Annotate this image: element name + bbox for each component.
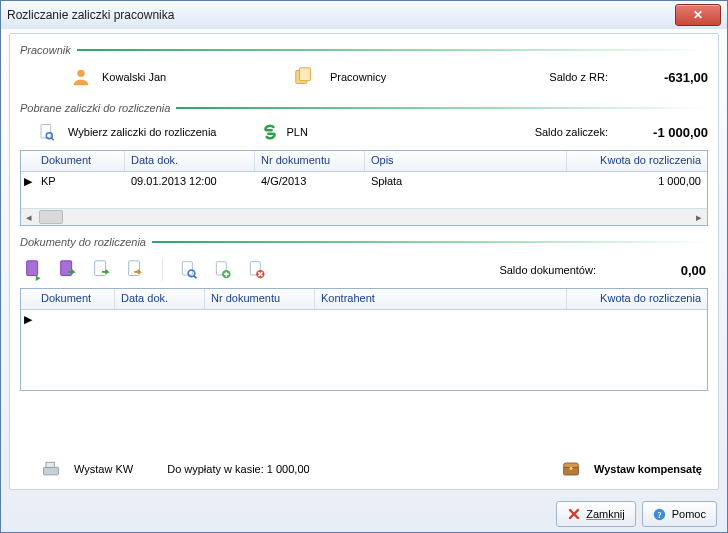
row-indicator-icon: ▶ [21,313,35,326]
wystaw-kw-link[interactable]: Wystaw KW [70,461,137,477]
doc-delete-icon[interactable] [245,258,269,282]
window-title: Rozliczanie zaliczki pracownika [7,8,174,22]
saldo-advances-label: Saldo zaliczek: [535,126,608,138]
scroll-thumb[interactable] [39,210,63,224]
col-dokument[interactable]: Dokument [35,151,125,171]
svg-point-0 [77,70,84,77]
cell-kwota: 1 000,00 [567,174,707,188]
svg-rect-8 [95,261,106,276]
close-icon: ✕ [693,8,703,22]
doc-search-icon[interactable] [177,258,201,282]
close-red-icon [567,507,581,521]
payout-label: Do wypłaty w kasie: 1 000,00 [167,463,309,475]
section-rule [77,49,708,51]
person-icon [70,66,92,88]
section-header-advances: Pobrane zaliczki do rozliczenia [20,102,708,114]
wystaw-kompensate-link[interactable]: Wystaw kompensatę [590,461,706,477]
footer: Zamknij ? Pomoc [1,496,727,532]
svg-rect-6 [27,261,38,276]
help-button-label: Pomoc [672,508,706,520]
svg-rect-17 [44,467,59,475]
advances-controls-row: Wybierz zaliczki do rozliczenia PLN Sald… [20,120,708,150]
section-label: Pobrane zaliczki do rozliczenia [20,102,170,114]
close-button-label: Zamknij [586,508,625,520]
window-close-button[interactable]: ✕ [675,4,721,26]
choose-advances-link[interactable]: Wybierz zaliczki do rozliczenia [64,124,220,140]
svg-line-12 [194,276,197,279]
scroll-right-icon[interactable]: ▸ [691,210,707,224]
svg-rect-2 [299,68,310,81]
help-icon: ? [653,507,667,521]
svg-rect-18 [46,462,54,467]
col-data[interactable]: Data dok. [125,151,255,171]
row-indicator-icon: ▶ [21,175,35,188]
window-body: Pracownik Kowalski Jan Pracownicy Saldo … [9,33,719,490]
saldo-rr-label: Saldo z RR: [549,71,608,83]
saldo-docs-value: 0,00 [626,263,706,278]
doc-white-forward-icon[interactable] [90,258,114,282]
employees-icon[interactable] [292,66,316,88]
employee-name: Kowalski Jan [102,71,232,83]
docs-rows: ▶ [21,310,707,390]
horizontal-scrollbar[interactable]: ◂ ▸ [21,208,707,225]
close-button[interactable]: Zamknij [556,501,636,527]
docs-toolbar: Saldo dokumentów: 0,00 [20,254,708,288]
cell-data: 09.01.2013 12:00 [125,174,255,188]
svg-point-21 [569,467,572,470]
section-header-docs: Dokumenty do rozliczenia [20,236,708,248]
col-kwota[interactable]: Kwota do rozliczenia [567,151,707,171]
col-nr[interactable]: Nr dokumentu [255,151,365,171]
table-row[interactable]: ▶ [21,310,707,328]
col-opis[interactable]: Opis [365,151,567,171]
currency-label: PLN [286,126,307,138]
docs-grid: Dokument Data dok. Nr dokumentu Kontrahe… [20,288,708,391]
doc-white-out-icon[interactable] [124,258,148,282]
bottom-actions: Wystaw KW Do wypłaty w kasie: 1 000,00 W… [20,449,708,481]
section-rule [152,241,708,243]
cell-opis: Spłata [365,174,567,188]
cell-nr: 4/G/2013 [255,174,365,188]
cell-dokument: KP [35,174,125,188]
cash-register-icon[interactable] [40,459,62,479]
titlebar: Rozliczanie zaliczki pracownika ✕ [1,1,727,29]
advances-grid-header: Dokument Data dok. Nr dokumentu Opis Kwo… [21,151,707,172]
document-search-icon[interactable] [38,122,56,142]
saldo-docs-label: Saldo dokumentów: [499,264,596,276]
window: Rozliczanie zaliczki pracownika ✕ Pracow… [0,0,728,533]
advances-rows: ▶ KP 09.01.2013 12:00 4/G/2013 Spłata 1 … [21,172,707,208]
svg-rect-7 [61,261,72,276]
scroll-left-icon[interactable]: ◂ [21,210,37,224]
docs-grid-header: Dokument Data dok. Nr dokumentu Kontrahe… [21,289,707,310]
section-header-employee: Pracownik [20,44,708,56]
employees-link[interactable]: Pracownicy [326,69,390,85]
help-button[interactable]: ? Pomoc [642,501,717,527]
section-rule [176,107,708,109]
col-dokument[interactable]: Dokument [35,289,115,309]
svg-line-5 [52,138,54,140]
currency-icon[interactable] [260,122,280,142]
section-label: Dokumenty do rozliczenia [20,236,146,248]
employee-row: Kowalski Jan Pracownicy Saldo z RR: -631… [20,62,708,98]
advances-grid: Dokument Data dok. Nr dokumentu Opis Kwo… [20,150,708,226]
svg-text:?: ? [658,510,662,519]
col-kwota[interactable]: Kwota do rozliczenia [567,289,707,309]
doc-purple-forward-icon[interactable] [56,258,80,282]
toolbar-divider [162,259,163,281]
col-data[interactable]: Data dok. [115,289,205,309]
saldo-rr-value: -631,00 [628,70,708,85]
section-label: Pracownik [20,44,71,56]
col-kontrahent[interactable]: Kontrahent [315,289,567,309]
col-nr[interactable]: Nr dokumentu [205,289,315,309]
saldo-advances-value: -1 000,00 [628,125,708,140]
chest-icon[interactable] [560,460,582,478]
table-row[interactable]: ▶ KP 09.01.2013 12:00 4/G/2013 Spłata 1 … [21,172,707,190]
svg-rect-10 [182,262,192,275]
doc-add-icon[interactable] [211,258,235,282]
doc-purple-add-icon[interactable] [22,258,46,282]
